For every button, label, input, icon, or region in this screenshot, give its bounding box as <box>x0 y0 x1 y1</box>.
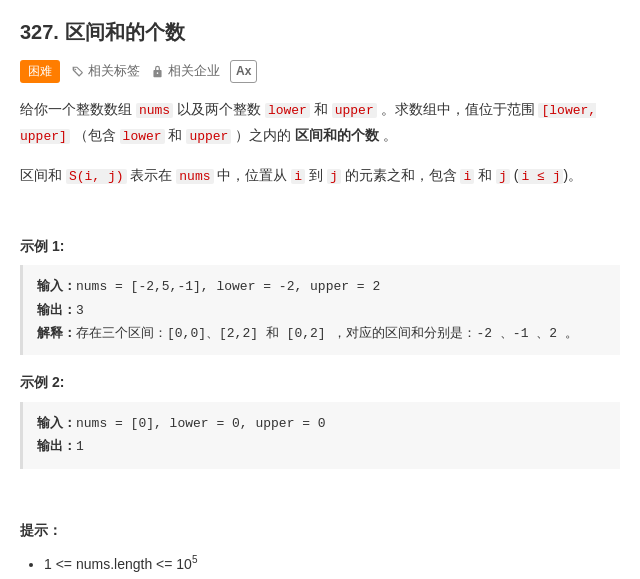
hint-item-1: 1 <= nums.length <= 105 <box>44 551 620 576</box>
example2-block: 输入：nums = [0], lower = 0, upper = 0 输出：1 <box>20 402 620 469</box>
example2-output: 输出：1 <box>37 435 606 458</box>
page-title: 327. 区间和的个数 <box>20 16 185 48</box>
related-tags-label: 相关标签 <box>88 61 140 82</box>
code-i2: i <box>460 169 474 184</box>
code-j: j <box>327 169 341 184</box>
example2-title: 示例 2: <box>20 371 620 393</box>
tags-row: 困难 相关标签 相关企业 Ax <box>20 60 620 83</box>
code-lower: lower <box>265 103 310 118</box>
difficulty-badge: 困难 <box>20 60 60 83</box>
description-block: 给你一个整数数组 nums 以及两个整数 lower 和 upper 。求数组中… <box>20 97 620 149</box>
example1-explanation: 解释：存在三个区间：[0,0]、[2,2] 和 [0,2] ，对应的区间和分别是… <box>37 322 606 345</box>
hint-list: 1 <= nums.length <= 105 -231 <= nums[i] … <box>20 551 620 579</box>
example1-block: 输入：nums = [-2,5,-1], lower = -2, upper =… <box>20 265 620 355</box>
code-upper2: upper <box>186 129 231 144</box>
formula-line: 区间和 S(i, j) 表示在 nums 中，位置从 i 到 j 的元素之和，包… <box>20 163 620 189</box>
related-companies-button[interactable]: 相关企业 <box>150 61 220 82</box>
example1-title: 示例 1: <box>20 235 620 257</box>
code-j2: j <box>496 169 510 184</box>
code-ineq: i ≤ j <box>518 169 563 184</box>
lock-icon <box>150 65 164 79</box>
code-sij: S(i, j) <box>66 169 127 184</box>
hints-title: 提示： <box>20 519 620 541</box>
tag-icon <box>70 65 84 79</box>
ax-badge[interactable]: Ax <box>230 60 257 83</box>
code-upper: upper <box>332 103 377 118</box>
code-lower2: lower <box>120 129 165 144</box>
example1-output: 输出：3 <box>37 299 606 322</box>
code-i: i <box>291 169 305 184</box>
related-companies-label: 相关企业 <box>168 61 220 82</box>
title-row: 327. 区间和的个数 <box>20 16 620 48</box>
example1-input: 输入：nums = [-2,5,-1], lower = -2, upper =… <box>37 275 606 298</box>
code-nums2: nums <box>176 169 213 184</box>
example2-input: 输入：nums = [0], lower = 0, upper = 0 <box>37 412 606 435</box>
hints-section: 提示： 1 <= nums.length <= 105 -231 <= nums… <box>20 519 620 579</box>
code-nums: nums <box>136 103 173 118</box>
related-tags-button[interactable]: 相关标签 <box>70 61 140 82</box>
